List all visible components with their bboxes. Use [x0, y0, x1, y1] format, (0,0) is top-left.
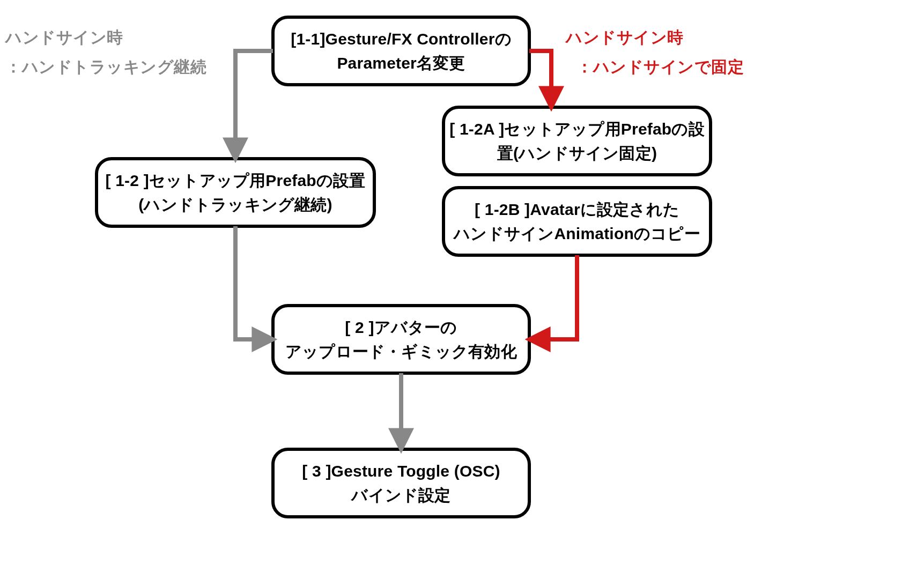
svg-rect-2: [443, 107, 711, 175]
node-1-2b-line1: [ 1-2B ]Avatarに設定された: [475, 201, 679, 218]
svg-rect-1: [97, 159, 374, 226]
node-1-1-line2: Parameter名変更: [337, 54, 465, 72]
arrow-1-2-to-2: [235, 226, 270, 339]
node-1-2-line2: (ハンドトラッキング継続): [138, 196, 332, 213]
flowchart-canvas: ハンドサイン時 ：ハンドトラッキング継続 ハンドサイン時 ：ハンドサインで固定 …: [0, 0, 924, 579]
node-2: [ 2 ]アバターの アップロード・ギミック有効化: [273, 306, 529, 373]
node-1-2b: [ 1-2B ]Avatarに設定された ハンドサインAnimationのコピー: [443, 188, 711, 255]
node-1-1-line1: [1-1]Gesture/FX Controllerの: [291, 30, 511, 48]
svg-rect-5: [273, 449, 529, 517]
node-1-1: [1-1]Gesture/FX Controllerの Parameter名変更: [273, 17, 529, 85]
node-3-line1: [ 3 ]Gesture Toggle (OSC): [302, 462, 500, 480]
svg-rect-0: [273, 17, 529, 85]
left-path-label-line2: ：ハンドトラッキング継続: [5, 58, 206, 76]
node-1-2a-line2: 置(ハンドサイン固定): [497, 144, 657, 162]
arrow-1-1-to-1-2a: [529, 51, 551, 104]
node-1-2-line1: [ 1-2 ]セットアップ用Prefabの設置: [106, 172, 366, 189]
right-path-label-line2: ：ハンドサインで固定: [576, 58, 744, 76]
node-3-line2: バインド設定: [350, 486, 450, 504]
node-1-2: [ 1-2 ]セットアップ用Prefabの設置 (ハンドトラッキング継続): [97, 159, 374, 226]
node-3: [ 3 ]Gesture Toggle (OSC) バインド設定: [273, 449, 529, 517]
right-path-label-line1: ハンドサイン時: [565, 28, 684, 46]
arrow-1-1-to-1-2: [235, 51, 273, 155]
node-1-2a: [ 1-2A ]セットアップ用Prefabの設 置(ハンドサイン固定): [443, 107, 711, 175]
svg-rect-3: [443, 188, 711, 255]
node-2-line1: [ 2 ]アバターの: [345, 318, 457, 336]
node-1-2b-line2: ハンドサインAnimationのコピー: [453, 225, 700, 242]
left-path-label-line1: ハンドサイン時: [4, 28, 123, 46]
node-1-2a-line1: [ 1-2A ]セットアップ用Prefabの設: [449, 120, 705, 138]
svg-rect-4: [273, 306, 529, 373]
arrow-1-2b-to-2: [533, 255, 577, 339]
node-2-line2: アップロード・ギミック有効化: [285, 343, 518, 360]
